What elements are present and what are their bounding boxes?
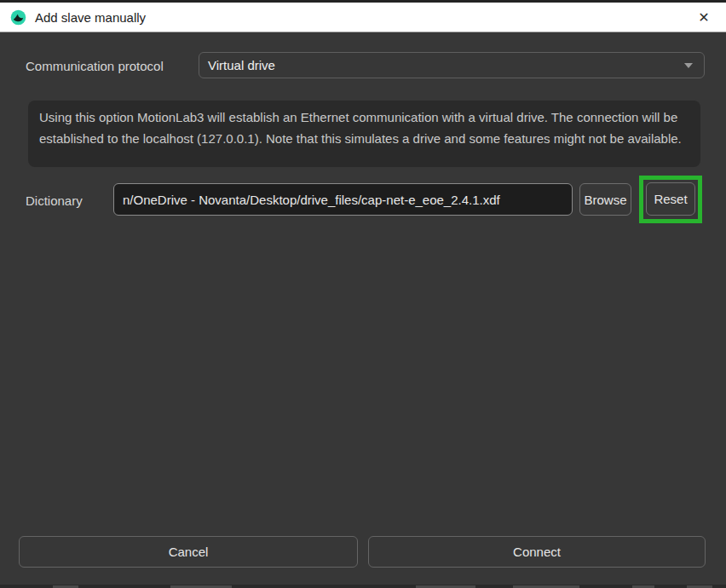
add-slave-dialog: Add slave manually ✕ Communication proto…	[0, 0, 726, 588]
dictionary-path-input[interactable]	[113, 183, 573, 216]
close-icon[interactable]: ✕	[687, 3, 721, 32]
protocol-select[interactable]: Virtual drive	[199, 52, 705, 78]
chevron-down-icon	[684, 63, 693, 68]
dictionary-label: Dictionary	[26, 193, 83, 208]
motionlab-app-icon	[9, 9, 27, 26]
protocol-label: Communication protocol	[26, 59, 164, 73]
cancel-button[interactable]: Cancel	[19, 536, 358, 568]
protocol-selected-value: Virtual drive	[208, 58, 684, 72]
reset-button[interactable]: Reset	[646, 182, 695, 216]
connect-button[interactable]: Connect	[368, 536, 706, 568]
browse-button[interactable]: Browse	[579, 183, 631, 216]
titlebar: Add slave manually ✕	[0, 3, 726, 32]
protocol-info-text: Using this option MotionLab3 will establ…	[28, 101, 700, 167]
background-app-strip-bottom	[0, 585, 726, 588]
window-title: Add slave manually	[35, 10, 146, 25]
